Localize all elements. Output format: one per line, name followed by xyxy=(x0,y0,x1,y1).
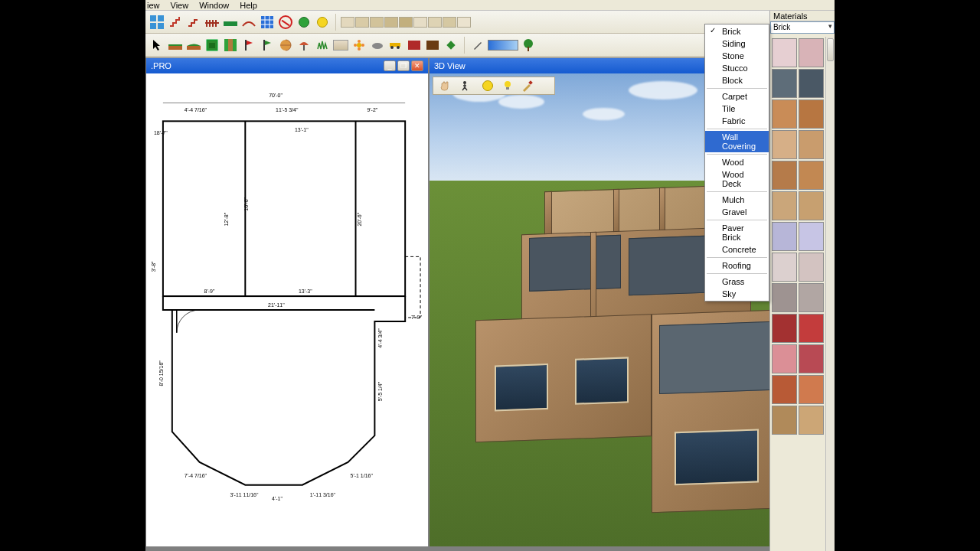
materials-combo[interactable]: Brick xyxy=(770,21,835,34)
material-swatch[interactable] xyxy=(772,283,797,312)
umbrella-icon[interactable] xyxy=(296,37,312,54)
close-button[interactable]: ✕ xyxy=(411,60,423,71)
material-swatch[interactable] xyxy=(772,406,797,435)
material-swatch[interactable] xyxy=(799,161,824,190)
material-category-item[interactable]: Paver Brick xyxy=(705,222,769,243)
material-category-item[interactable]: Carpet xyxy=(705,90,769,103)
flag-red-icon[interactable] xyxy=(240,37,257,54)
menu-item-window[interactable]: Window xyxy=(199,1,229,10)
svg-rect-17 xyxy=(303,45,305,51)
material-category-item[interactable]: Stone xyxy=(705,50,769,62)
material-swatch[interactable] xyxy=(799,253,824,282)
yellow-dot-icon[interactable] xyxy=(314,14,331,31)
material-swatch[interactable] xyxy=(799,191,824,220)
material-category-item[interactable]: Tile xyxy=(705,103,769,115)
hand-icon[interactable] xyxy=(436,77,453,94)
material-category-item[interactable]: Mulch xyxy=(705,194,769,206)
material-swatch[interactable] xyxy=(772,130,797,159)
deck-icon[interactable] xyxy=(222,14,239,31)
material-swatch[interactable] xyxy=(799,314,824,343)
tree-icon[interactable] xyxy=(520,37,537,54)
svg-text:16'-6": 16'-6" xyxy=(243,197,249,210)
dropper-icon[interactable] xyxy=(469,37,486,54)
flower-icon[interactable] xyxy=(351,37,368,54)
brown-tile-icon[interactable] xyxy=(424,37,441,54)
material-swatch[interactable] xyxy=(799,344,824,373)
floorplan-titlebar[interactable]: .PRO _ ❐ ✕ xyxy=(146,58,428,73)
noentry-icon[interactable] xyxy=(277,14,294,31)
grid-icon[interactable] xyxy=(259,14,276,31)
material-swatches-1[interactable] xyxy=(341,17,471,28)
material-swatch[interactable] xyxy=(772,375,797,404)
grass-icon[interactable] xyxy=(314,37,331,54)
flag-green-icon[interactable] xyxy=(259,37,276,54)
material-swatch[interactable] xyxy=(772,191,797,220)
material-swatch[interactable] xyxy=(772,314,797,343)
cursor-icon[interactable] xyxy=(149,37,165,54)
svg-text:18'-7": 18'-7" xyxy=(154,130,168,135)
material-category-item[interactable]: Siding xyxy=(705,37,769,50)
stairs-icon[interactable] xyxy=(167,14,184,31)
lot-icon[interactable] xyxy=(204,37,220,54)
scrollbar-thumb[interactable] xyxy=(827,38,834,61)
material-category-item[interactable]: Wall Covering xyxy=(705,131,769,152)
menu-divider xyxy=(707,191,767,192)
globe-icon[interactable] xyxy=(277,37,294,54)
material-swatch[interactable] xyxy=(772,253,797,282)
material-swatch[interactable] xyxy=(799,406,824,435)
material-swatch[interactable] xyxy=(799,130,824,159)
thumbnails-icon[interactable] xyxy=(149,14,165,31)
green-dot-icon[interactable] xyxy=(296,14,312,31)
color-gradient-picker[interactable] xyxy=(488,40,518,51)
material-swatch[interactable] xyxy=(772,222,797,251)
material-category-item[interactable]: Brick xyxy=(705,25,769,37)
svg-rect-29 xyxy=(446,41,455,49)
materials-scrollbar[interactable] xyxy=(825,37,835,551)
mini-img-icon[interactable] xyxy=(332,37,349,54)
vehicle-icon[interactable] xyxy=(387,37,404,54)
light-icon[interactable] xyxy=(499,77,516,94)
menu-item-help[interactable]: Help xyxy=(240,1,257,10)
material-category-item[interactable]: Stucco xyxy=(705,62,769,74)
terrain1-icon[interactable] xyxy=(167,37,184,54)
sun-icon[interactable] xyxy=(479,77,496,94)
path-icon[interactable] xyxy=(222,37,239,54)
material-swatch[interactable] xyxy=(799,222,824,251)
material-category-item[interactable]: Gravel xyxy=(705,206,769,218)
material-category-item[interactable]: Grass xyxy=(705,276,769,288)
material-swatch[interactable] xyxy=(799,375,824,404)
stairs2-icon[interactable] xyxy=(185,14,202,31)
menu-item-view[interactable]: View xyxy=(171,1,189,10)
brush-icon[interactable] xyxy=(519,77,536,94)
material-category-item[interactable]: Wood Deck xyxy=(705,168,769,190)
material-swatch[interactable] xyxy=(799,99,824,129)
rock-icon[interactable] xyxy=(369,37,386,54)
floorplan-canvas[interactable]: 70'-0" 4'-4 7/16" 11'-5 3/4" 9'-2" 18'-7… xyxy=(146,73,428,546)
material-swatch[interactable] xyxy=(772,38,797,67)
terrain2-icon[interactable] xyxy=(185,37,202,54)
maximize-button[interactable]: ❐ xyxy=(397,60,410,71)
red-tile-icon[interactable] xyxy=(406,37,423,54)
svg-text:7'-4 7/16": 7'-4 7/16" xyxy=(185,473,207,478)
bridge-icon[interactable] xyxy=(240,14,257,31)
material-category-item[interactable]: Block xyxy=(705,74,769,86)
material-swatch[interactable] xyxy=(772,344,797,373)
material-swatch[interactable] xyxy=(799,283,824,312)
fence-icon[interactable] xyxy=(204,14,220,31)
diamond-icon[interactable] xyxy=(443,37,459,54)
material-swatch[interactable] xyxy=(772,161,797,190)
material-swatch[interactable] xyxy=(772,69,797,98)
walk-icon[interactable] xyxy=(456,77,473,94)
material-swatch[interactable] xyxy=(772,99,797,129)
material-category-item[interactable]: Concrete xyxy=(705,243,769,256)
material-category-item[interactable]: Fabric xyxy=(705,115,769,127)
material-category-item[interactable]: Sky xyxy=(705,288,769,300)
material-swatch[interactable] xyxy=(799,38,824,67)
material-category-item[interactable]: Wood xyxy=(705,156,769,168)
material-swatch[interactable] xyxy=(799,69,824,98)
minimize-button[interactable]: _ xyxy=(384,60,396,71)
material-category-item[interactable]: Roofing xyxy=(705,259,769,272)
menu-item[interactable]: iew xyxy=(147,1,160,10)
menubar: iew View Window Help xyxy=(145,0,835,11)
svg-rect-15 xyxy=(263,40,265,51)
